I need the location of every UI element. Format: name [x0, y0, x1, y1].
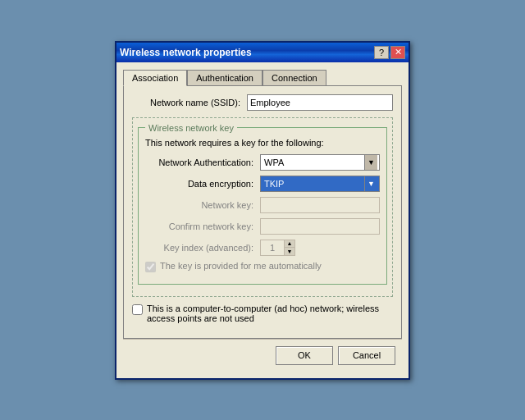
data-enc-row: Data encryption: TKIP ▼ — [145, 176, 380, 192]
key-index-row: Key index (advanced): 1 ▲ ▼ — [145, 240, 380, 256]
network-name-label: Network name (SSID): — [132, 98, 247, 107]
dialog-window: Wireless network properties ? ✕ Associat… — [115, 41, 410, 380]
data-enc-value: TKIP — [262, 179, 364, 189]
fieldset: Wireless network key This network requir… — [138, 123, 387, 285]
network-auth-label: Network Authentication: — [145, 158, 260, 167]
close-button[interactable]: ✕ — [390, 46, 405, 59]
confirm-key-label: Confirm network key: — [145, 221, 260, 231]
title-buttons: ? ✕ — [374, 46, 405, 59]
fieldset-description: This network requires a key for the foll… — [145, 138, 380, 148]
data-enc-dropdown[interactable]: TKIP ▼ — [260, 176, 380, 192]
key-index-value: 1 — [261, 240, 284, 255]
auto-key-label: The key is provided for me automatically — [160, 261, 322, 271]
spinner-down-button[interactable]: ▼ — [285, 248, 294, 255]
network-auth-row: Network Authentication: WPA ▼ — [145, 154, 380, 171]
tab-association[interactable]: Association — [123, 70, 187, 86]
network-key-row: Network key: — [145, 197, 380, 213]
cancel-button[interactable]: Cancel — [338, 346, 395, 365]
auto-key-row: The key is provided for me automatically — [145, 261, 380, 272]
network-key-label: Network key: — [145, 200, 260, 210]
tab-authentication[interactable]: Authentication — [187, 70, 262, 86]
key-index-label: Key index (advanced): — [145, 243, 260, 253]
fieldset-legend: Wireless network key — [145, 123, 237, 133]
data-enc-label: Data encryption: — [145, 179, 260, 189]
help-button[interactable]: ? — [374, 46, 389, 59]
tab-bar: Association Authentication Connection — [123, 69, 402, 85]
spinner-buttons: ▲ ▼ — [284, 240, 294, 255]
confirm-key-row: Confirm network key: — [145, 218, 380, 235]
spinner-up-button[interactable]: ▲ — [285, 240, 294, 248]
key-index-spinner: 1 ▲ ▼ — [260, 240, 295, 256]
network-name-row: Network name (SSID): — [132, 94, 393, 111]
bottom-buttons: OK Cancel — [123, 339, 402, 372]
network-auth-dropdown[interactable]: WPA ▼ — [260, 154, 380, 171]
adhoc-row: This is a computer-to-computer (ad hoc) … — [132, 304, 393, 323]
title-bar: Wireless network properties ? ✕ — [116, 43, 409, 62]
window-title: Wireless network properties — [120, 47, 252, 58]
auto-key-checkbox[interactable] — [145, 262, 156, 272]
confirm-key-input[interactable] — [260, 218, 380, 235]
content-area: Association Authentication Connection Ne… — [116, 62, 409, 378]
adhoc-checkbox[interactable] — [132, 304, 143, 315]
adhoc-label: This is a computer-to-computer (ad hoc) … — [147, 304, 393, 323]
tab-content: Network name (SSID): Wireless network ke… — [123, 85, 402, 339]
network-key-input[interactable] — [260, 197, 380, 213]
network-auth-arrow[interactable]: ▼ — [364, 155, 377, 170]
wireless-key-fieldset: Wireless network key This network requir… — [132, 117, 393, 297]
ok-button[interactable]: OK — [276, 346, 333, 365]
network-auth-value: WPA — [262, 158, 364, 167]
network-name-input[interactable] — [247, 94, 393, 111]
tab-connection[interactable]: Connection — [262, 70, 326, 86]
data-enc-arrow[interactable]: ▼ — [364, 176, 377, 191]
